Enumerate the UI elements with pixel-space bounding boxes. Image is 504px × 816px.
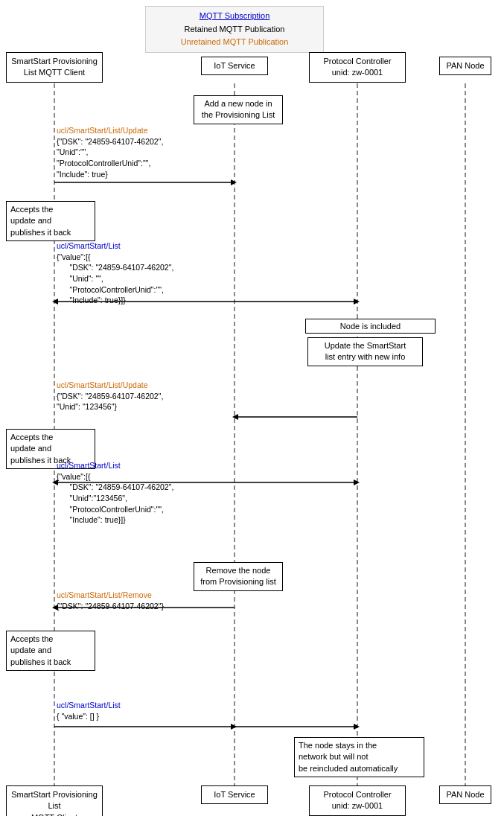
svg-marker-5	[231, 179, 237, 185]
header-pan: PAN Node	[439, 57, 491, 75]
msg1-label: ucl/SmartStart/List/Update {"DSK": "2485…	[57, 125, 228, 179]
header-iot: IoT Service	[201, 57, 268, 75]
accepts-1-box: Accepts theupdate andpublishes it back	[6, 201, 95, 241]
remove-node-box: Remove the nodefrom Provisioning list	[194, 562, 283, 591]
legend-box: MQTT Subscription Retained MQTT Publicat…	[145, 6, 324, 53]
node-included-box: Node is included	[305, 319, 436, 334]
footer-protocol: Protocol Controllerunid: zw-0001	[309, 785, 406, 816]
legend-mqtt-sub: MQTT Subscription	[152, 10, 317, 23]
svg-marker-21	[354, 724, 360, 730]
svg-marker-19	[231, 724, 237, 730]
footer-iot: IoT Service	[201, 785, 268, 804]
legend-retained: Retained MQTT Publication	[152, 23, 317, 36]
header-protocol: Protocol Controllerunid: zw-0001	[309, 52, 406, 83]
accepts-3-box: Accepts theupdate andpublishes it back	[6, 631, 95, 671]
node-stays-box: The node stays in thenetwork but will no…	[294, 737, 424, 777]
svg-marker-15	[354, 479, 360, 485]
svg-marker-11	[232, 414, 238, 420]
msg2-label: ucl/SmartStart/List {"value":[{ "DSK": "…	[57, 240, 228, 306]
footer-smartstart: SmartStart Provisioning ListMQTT Client	[6, 785, 103, 816]
diagram-container: MQTT Subscription Retained MQTT Publicat…	[0, 0, 504, 816]
update-smartstart-box: Update the SmartStartlist entry with new…	[307, 337, 423, 366]
msg6-label: ucl/SmartStart/List { "value": [] }	[57, 700, 228, 721]
msg4-label: ucl/SmartStart/List {"value":[{ "DSK": "…	[57, 460, 228, 526]
svg-marker-9	[354, 299, 360, 305]
header-smartstart: SmartStart Provisioning List MQTT Client	[6, 52, 103, 83]
legend-unretained: Unretained MQTT Publication	[152, 36, 317, 49]
note-add-new-node: Add a new node inthe Provisioning List	[194, 95, 283, 124]
msg5-label: ucl/SmartStart/List/Remove {"DSK": "2485…	[57, 590, 228, 611]
footer-pan: PAN Node	[439, 785, 491, 804]
msg3-label: ucl/SmartStart/List/Update {"DSK": "2485…	[57, 380, 347, 412]
